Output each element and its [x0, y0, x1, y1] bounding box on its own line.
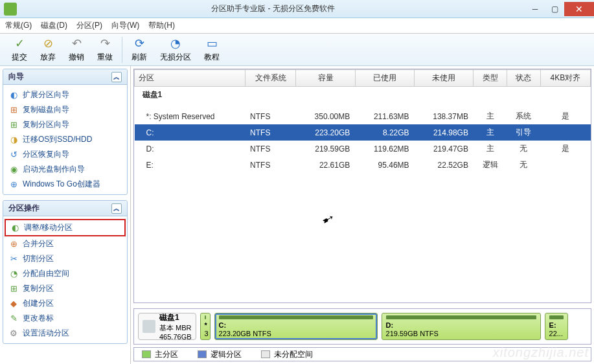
sidebar-item-设置活动分区[interactable]: ⚙设置活动分区 [5, 326, 126, 341]
item-label: 复制分区向导 [23, 119, 69, 130]
titlebar: 分区助手专业版 - 无损分区免费软件 ─ ▢ ✕ [0, 0, 594, 18]
item-label: 复制磁盘向导 [23, 104, 69, 115]
sidebar-item-调整/移动分区[interactable]: ◐调整/移动分区 [5, 219, 126, 236]
item-icon: ◑ [8, 135, 19, 145]
legend-swatch [261, 350, 270, 358]
table-row[interactable]: D:NTFS219.59GB119.62MB219.47GB主无是 [135, 141, 591, 157]
column-header[interactable]: 未使用 [415, 70, 474, 87]
menu-partition[interactable]: 分区(P) [76, 20, 102, 31]
menu-general[interactable]: 常规(G) [5, 20, 32, 31]
toolbar-label: 提交 [12, 52, 27, 63]
table-row[interactable]: C:NTFS223.20GB8.22GB214.98GB主引导 [135, 124, 591, 141]
toolbar-icon: ⟳ [132, 36, 146, 51]
wizard-panel-header[interactable]: 向导 ︽ [3, 69, 127, 85]
sidebar-item-分配自由空间[interactable]: ◔分配自由空间 [5, 266, 126, 281]
item-icon: ⚙ [8, 328, 19, 339]
sidebar-item-迁移OS到SSD/HDD[interactable]: ◑迁移OS到SSD/HDD [5, 132, 126, 147]
legend-item: 逻辑分区 [198, 349, 242, 360]
sidebar-item-复制磁盘向导[interactable]: ⊞复制磁盘向导 [5, 102, 126, 117]
collapse-icon[interactable]: ︽ [111, 203, 122, 214]
column-header[interactable]: 已使用 [355, 70, 414, 87]
diskmap-part-E:[interactable]: E:22... [545, 313, 568, 340]
column-header[interactable]: 4KB对齐 [540, 70, 590, 87]
sidebar-item-启动光盘制作向导[interactable]: ◉启动光盘制作向导 [5, 162, 126, 177]
close-button[interactable]: ✕ [564, 2, 594, 16]
toolbar-刷新[interactable]: ⟳刷新 [125, 35, 154, 64]
item-icon: ◐ [10, 223, 20, 233]
diskmap-part-*[interactable]: *3 [200, 313, 211, 340]
legend-item: 主分区 [142, 349, 178, 360]
app-icon [4, 3, 17, 16]
item-label: 设置活动分区 [23, 328, 69, 339]
collapse-icon[interactable]: ︽ [111, 72, 122, 82]
sidebar-item-合并分区[interactable]: ⊕合并分区 [5, 236, 126, 251]
column-header[interactable]: 状态 [507, 70, 541, 87]
table-row[interactable]: *: System ReservedNTFS350.00MB211.63MB13… [135, 108, 591, 124]
toolbar-label: 放弃 [40, 52, 56, 63]
toolbar-label: 重做 [97, 52, 113, 63]
item-icon: ⊕ [8, 239, 19, 249]
toolbar-重做[interactable]: ↷重做 [91, 35, 119, 64]
menubar: 常规(G) 磁盘(D) 分区(P) 向导(W) 帮助(H) [0, 18, 594, 34]
ops-panel-title: 分区操作 [8, 203, 40, 214]
content: 分区文件系统容量已使用未使用类型状态4KB对齐 磁盘1*: System Res… [131, 66, 594, 364]
item-icon: ⊞ [8, 284, 19, 294]
toolbar-icon: ▭ [205, 36, 219, 51]
item-label: Windows To Go创建器 [23, 179, 100, 190]
table-row[interactable]: E:NTFS22.61GB95.46MB22.52GB逻辑无 [135, 157, 591, 173]
toolbar-icon: ✓ [12, 36, 27, 51]
item-label: 扩展分区向导 [23, 89, 69, 100]
toolbar-label: 刷新 [131, 52, 147, 63]
toolbar-提交[interactable]: ✓提交 [5, 35, 34, 64]
item-icon: ⊞ [8, 120, 19, 130]
toolbar: ✓提交⊘放弃↶撤销↷重做⟳刷新◔无损分区▭教程 [0, 34, 594, 66]
disk-map: 磁盘1基本 MBR465.76GB*3C:223.20GB NTFSD:219.… [133, 308, 591, 345]
toolbar-icon: ↷ [98, 36, 112, 51]
wizard-panel-title: 向导 [8, 71, 24, 82]
disk-icon [143, 320, 155, 333]
sidebar-item-切割分区[interactable]: ✂切割分区 [5, 251, 126, 266]
item-icon: ◔ [8, 269, 19, 279]
toolbar-撤销[interactable]: ↶撤销 [62, 35, 91, 64]
item-icon: ⊞ [8, 105, 19, 115]
sidebar-item-分区恢复向导[interactable]: ↺分区恢复向导 [5, 147, 126, 162]
legend-swatch [198, 350, 207, 358]
sidebar-item-扩展分区向导[interactable]: ◐扩展分区向导 [5, 87, 126, 102]
diskmap-part-C:[interactable]: C:223.20GB NTFS [214, 313, 378, 340]
ops-panel: 分区操作 ︽ ◐调整/移动分区⊕合并分区✂切割分区◔分配自由空间⊞复制分区◆创建… [3, 200, 128, 344]
sidebar-item-复制分区向导[interactable]: ⊞复制分区向导 [5, 117, 126, 132]
item-label: 调整/移动分区 [24, 222, 73, 233]
item-icon: ◐ [8, 90, 19, 100]
menu-wizard[interactable]: 向导(W) [111, 20, 139, 31]
item-icon: ⊕ [8, 179, 19, 190]
column-header[interactable]: 类型 [474, 70, 507, 87]
toolbar-icon: ◔ [168, 36, 183, 51]
sidebar-item-Windows To Go创建器[interactable]: ⊕Windows To Go创建器 [5, 177, 126, 192]
toolbar-放弃[interactable]: ⊘放弃 [34, 35, 62, 64]
menu-help[interactable]: 帮助(H) [148, 20, 175, 31]
sidebar: 向导 ︽ ◐扩展分区向导⊞复制磁盘向导⊞复制分区向导◑迁移OS到SSD/HDD↺… [0, 66, 131, 364]
item-label: 分区恢复向导 [23, 149, 69, 160]
item-icon: ✂ [8, 254, 19, 264]
diskmap-part-D:[interactable]: D:219.59GB NTFS [382, 313, 541, 340]
column-header[interactable]: 容量 [296, 70, 355, 87]
menu-disk[interactable]: 磁盘(D) [41, 20, 67, 31]
disk-row[interactable]: 磁盘1 [135, 87, 591, 104]
toolbar-教程[interactable]: ▭教程 [198, 35, 226, 64]
column-header[interactable]: 文件系统 [245, 70, 296, 87]
wizard-panel: 向导 ︽ ◐扩展分区向导⊞复制磁盘向导⊞复制分区向导◑迁移OS到SSD/HDD↺… [3, 69, 128, 195]
window-title: 分区助手专业版 - 无损分区免费软件 [21, 3, 525, 14]
toolbar-无损分区[interactable]: ◔无损分区 [154, 35, 198, 64]
diskmap-disk-label[interactable]: 磁盘1基本 MBR465.76GB [138, 313, 196, 340]
sidebar-item-更改卷标[interactable]: ✎更改卷标 [5, 311, 126, 326]
toolbar-icon: ↶ [69, 36, 84, 51]
sidebar-item-复制分区[interactable]: ⊞复制分区 [5, 281, 126, 296]
column-header[interactable]: 分区 [135, 70, 246, 87]
sidebar-item-创建分区[interactable]: ◆创建分区 [5, 296, 126, 311]
ops-panel-header[interactable]: 分区操作 ︽ [3, 201, 127, 216]
minimize-button[interactable]: ─ [525, 2, 545, 16]
item-label: 合并分区 [23, 238, 54, 249]
toolbar-label: 撤销 [69, 52, 84, 63]
maximize-button[interactable]: ▢ [545, 2, 564, 16]
item-label: 创建分区 [23, 298, 54, 309]
